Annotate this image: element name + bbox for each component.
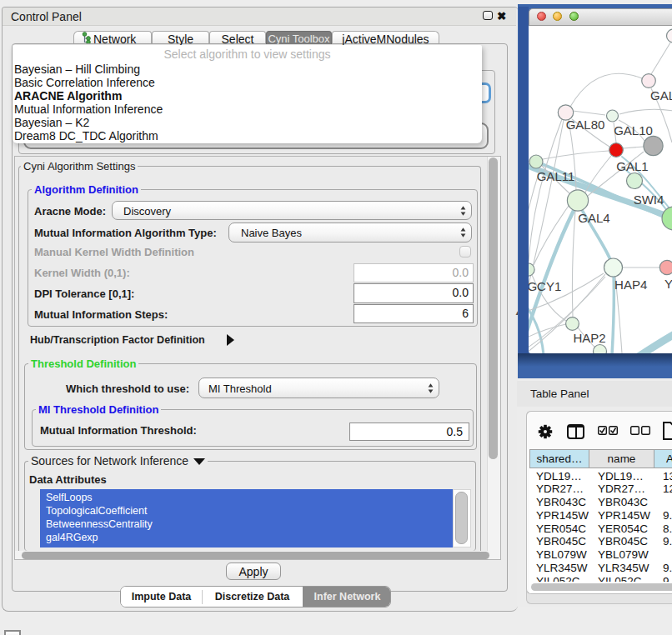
svg-text:HAP2: HAP2	[573, 331, 605, 345]
svg-text:GAL80: GAL80	[566, 118, 605, 132]
svg-text:GAL1: GAL1	[616, 159, 648, 173]
svg-text:YJL: YJL	[664, 277, 672, 291]
svg-text:GCY1: GCY1	[529, 279, 561, 293]
svg-text:SWI4: SWI4	[634, 192, 664, 207]
svg-text:GAL4: GAL4	[578, 211, 609, 225]
svg-text:GAL2: GAL2	[650, 88, 672, 102]
svg-text:GAL11: GAL11	[537, 169, 575, 183]
svg-text:GAL10: GAL10	[614, 123, 653, 138]
svg-text:HAP4: HAP4	[614, 278, 647, 292]
